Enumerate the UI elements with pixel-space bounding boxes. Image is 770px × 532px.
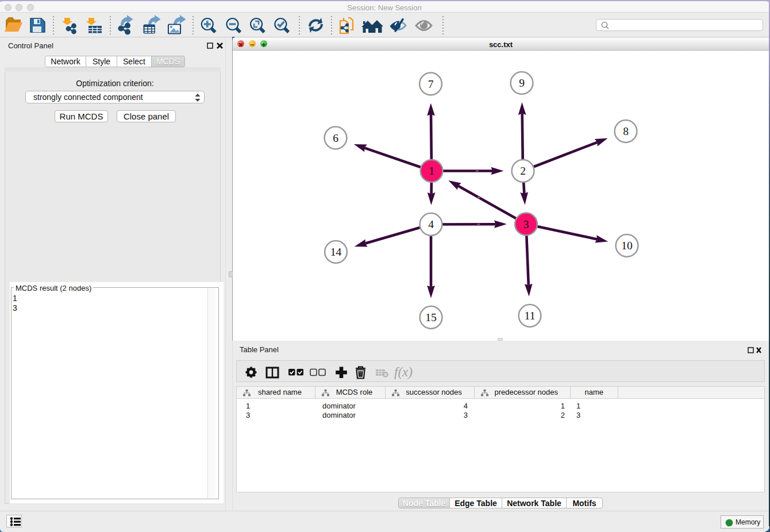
svg-text:9: 9: [519, 77, 525, 89]
svg-text:3: 3: [523, 218, 529, 230]
svg-text:7: 7: [428, 78, 434, 90]
svg-text:8: 8: [623, 125, 629, 137]
svg-text:6: 6: [333, 132, 338, 144]
svg-text:4: 4: [428, 218, 434, 230]
svg-text:10: 10: [621, 240, 633, 252]
svg-text:2: 2: [520, 165, 526, 177]
svg-text:11: 11: [525, 310, 536, 322]
svg-text:15: 15: [425, 311, 437, 323]
svg-text:1: 1: [429, 165, 434, 177]
svg-text:f(x): f(x): [394, 365, 413, 379]
svg-text:14: 14: [330, 246, 342, 258]
